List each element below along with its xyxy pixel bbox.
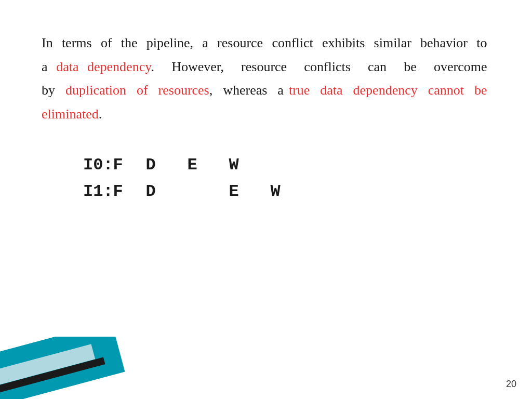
slide-content: In terms of the pipeline, a resource con… [42, 31, 490, 316]
i0-stage-e: E [171, 152, 213, 178]
i1-stage-d: D [130, 178, 171, 205]
text-part4: . [99, 107, 102, 122]
i1-stage-e: E [213, 178, 255, 205]
page-number: 20 [506, 379, 516, 390]
i1-stage-w: W [255, 178, 296, 205]
i1-stage-empty [171, 178, 213, 205]
main-paragraph: In terms of the pipeline, a resource con… [42, 31, 490, 126]
pipeline-row-i0: I0:F D E W [83, 152, 490, 178]
i0-stage-w: W [213, 152, 255, 178]
text-part3: , whereas a [209, 83, 289, 98]
i1-label: I1:F [83, 178, 130, 205]
pipeline-row-i1: I1:F D E W [83, 178, 490, 205]
bottom-decoration [0, 337, 145, 399]
pipeline-diagram: I0:F D E W I1:F D E W [83, 152, 490, 205]
i0-label: I0:F [83, 152, 130, 178]
highlight-data-dependency: data dependency [56, 59, 151, 74]
highlight-duplication: duplication of resources [60, 83, 209, 98]
i0-stage-d: D [130, 152, 171, 178]
